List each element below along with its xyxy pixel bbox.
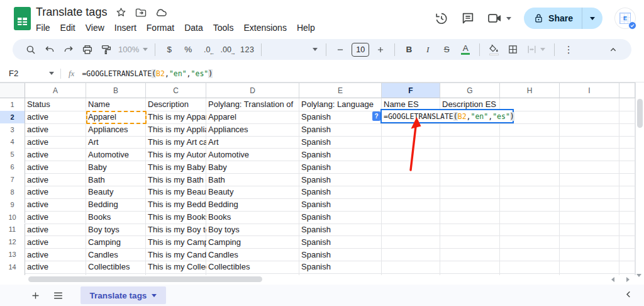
move-to-folder-icon[interactable] [135, 8, 147, 18]
horizontal-scrollbar[interactable] [0, 275, 644, 285]
cell-E3[interactable]: Spanish [299, 123, 382, 136]
decrease-font-size-button[interactable] [332, 42, 348, 58]
cloud-status-icon[interactable] [155, 8, 167, 17]
menu-format[interactable]: Format [142, 21, 179, 35]
row-header-3[interactable]: 3 [0, 123, 25, 136]
increase-decimals-button[interactable]: .00→ [218, 42, 234, 58]
column-header-B[interactable]: B [86, 83, 146, 98]
search-icon[interactable] [23, 42, 39, 58]
cell-B8[interactable]: Beauty [86, 186, 146, 198]
undo-button[interactable] [42, 42, 58, 58]
cell-E6[interactable]: Spanish [299, 161, 382, 173]
row-header-7[interactable]: 7 [0, 173, 25, 186]
cell-E12[interactable]: Spanish [299, 235, 382, 248]
cell-E2[interactable]: Spanish [299, 111, 382, 123]
row-header-11[interactable]: 11 [0, 224, 25, 236]
sheets-logo-icon[interactable] [14, 7, 31, 30]
cell-C2[interactable]: This is my Appar [146, 111, 206, 123]
menu-help[interactable]: Help [292, 21, 320, 35]
cell-C12[interactable]: This is my Camp [146, 235, 206, 248]
row-header-8[interactable]: 8 [0, 186, 25, 198]
spreadsheet-grid[interactable]: ? =GOOGLETRANSLATE(B2,"en","es") ABCDEFG… [0, 82, 635, 275]
cell-B4[interactable]: Art [86, 136, 146, 149]
cell-D6[interactable]: Baby [206, 161, 299, 173]
cell-A14[interactable]: active [25, 261, 86, 273]
format-percent-button[interactable]: % [180, 42, 196, 58]
cell-C8[interactable]: This is my Beaut [146, 186, 206, 198]
menu-extensions[interactable]: Extensions [238, 21, 291, 35]
menu-insert[interactable]: Insert [109, 21, 142, 35]
cell-C5[interactable]: This is my Auton [146, 148, 206, 161]
scroll-left-icon[interactable] [611, 277, 614, 282]
cell-D3[interactable]: Appliances [206, 123, 299, 136]
cell-C11[interactable]: This is my Boy to [146, 224, 206, 236]
print-button[interactable] [79, 42, 96, 58]
active-cell-editor[interactable]: ? =GOOGLETRANSLATE(B2,"en","es") [380, 109, 514, 123]
cell-A13[interactable]: active [25, 248, 86, 261]
cell-B14[interactable]: Collectibles [86, 261, 146, 273]
cell-C14[interactable]: This is my Collec [146, 261, 206, 273]
account-avatar[interactable]: E [615, 8, 635, 28]
format-currency-button[interactable]: $ [161, 42, 177, 58]
cell-A8[interactable]: active [25, 186, 86, 198]
column-header-A[interactable]: A [25, 83, 86, 98]
cell-E4[interactable]: Spanish [299, 136, 382, 149]
cell-A11[interactable]: active [25, 224, 86, 236]
sheet-tab-menu-icon[interactable] [152, 294, 157, 297]
star-icon[interactable] [116, 7, 126, 18]
sheet-tab-translate-tags[interactable]: Translate tags [80, 286, 166, 304]
row-header-1[interactable]: 1 [0, 98, 25, 111]
borders-button[interactable] [504, 42, 521, 58]
add-sheet-button[interactable] [26, 286, 44, 304]
column-header-I[interactable]: I [560, 83, 619, 98]
strikethrough-button[interactable]: S [438, 42, 455, 58]
cell-B1[interactable]: Name [86, 98, 146, 111]
row-header-4[interactable]: 4 [0, 136, 25, 149]
meet-call-control[interactable] [487, 12, 511, 25]
cell-E8[interactable]: Spanish [299, 186, 382, 198]
cell-D12[interactable]: Camping [206, 235, 299, 248]
cell-D14[interactable]: Collectibles [206, 261, 299, 273]
bold-button[interactable]: B [401, 42, 417, 58]
text-color-button[interactable]: A [457, 42, 474, 58]
comments-icon[interactable] [461, 11, 475, 25]
formula-input[interactable]: =GOOGLETRANSLATE(B2,"en","es") [82, 69, 213, 78]
cell-A12[interactable]: active [25, 235, 86, 248]
column-header-D[interactable]: D [206, 83, 299, 98]
menu-edit[interactable]: Edit [55, 21, 80, 35]
cell-C7[interactable]: This is my Bath c [146, 173, 206, 186]
row-header-6[interactable]: 6 [0, 161, 25, 173]
horizontal-scrollbar-thumb[interactable] [28, 276, 262, 282]
cell-E1[interactable]: Polylang: Language [299, 98, 382, 111]
toolbar-more-button[interactable]: ⋮ [560, 42, 577, 58]
menu-file[interactable]: File [31, 21, 55, 35]
cell-D10[interactable]: Books [206, 211, 299, 224]
cell-B13[interactable]: Candles [86, 248, 146, 261]
zoom-control[interactable]: 100% [118, 45, 148, 54]
row-header-13[interactable]: 13 [0, 248, 25, 261]
row-header-9[interactable]: 9 [0, 198, 25, 211]
italic-button[interactable]: I [419, 42, 436, 58]
row-header-2[interactable]: 2 [0, 111, 25, 123]
cell-A5[interactable]: active [25, 148, 86, 161]
menu-view[interactable]: View [80, 21, 109, 35]
cell-A9[interactable]: active [25, 198, 86, 211]
cell-E11[interactable]: Spanish [299, 224, 382, 236]
cell-A1[interactable]: Status [25, 98, 86, 111]
paint-format-button[interactable] [98, 42, 114, 58]
font-family-select[interactable] [266, 48, 321, 51]
cell-A2[interactable]: active [25, 111, 86, 123]
decrease-decimals-button[interactable]: .0← [199, 42, 215, 58]
cell-B3[interactable]: Appliances [86, 123, 146, 136]
row-header-10[interactable]: 10 [0, 211, 25, 224]
share-options-button[interactable] [582, 8, 602, 29]
cell-C6[interactable]: This is my Baby [146, 161, 206, 173]
redo-button[interactable] [60, 42, 77, 58]
cell-B12[interactable]: Camping [86, 235, 146, 248]
row-header-14[interactable]: 14 [0, 261, 25, 273]
hide-menus-chevron-icon[interactable] [605, 42, 621, 58]
column-header-H[interactable]: H [500, 83, 560, 98]
menu-data[interactable]: Data [179, 21, 208, 35]
font-size-input[interactable]: 10 [352, 43, 369, 57]
row-header-12[interactable]: 12 [0, 235, 25, 248]
